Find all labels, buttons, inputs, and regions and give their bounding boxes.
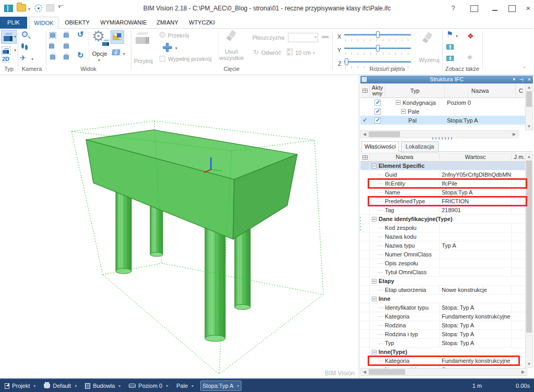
property-row-tytu-omniclass[interactable]: Tytuł OmniClass — [360, 268, 527, 277]
window-panel-icon[interactable] — [446, 44, 454, 50]
property-value[interactable]: Typ A — [440, 241, 512, 250]
property-value[interactable]: Stopa: Typ A — [440, 330, 512, 338]
viewport-3d[interactable]: BIM Vision — [0, 75, 359, 378]
property-row-etap-utworzenia[interactable]: Etap utworzeniaNowe konstrukcje — [360, 286, 527, 295]
property-row-predefinedtype[interactable]: PredefinedTypeFRICTION — [360, 197, 527, 206]
chevron-down-icon[interactable]: ▾ — [31, 57, 33, 62]
scroll-thumb[interactable] — [526, 91, 532, 107]
collapse-icon[interactable] — [372, 217, 377, 222]
options-button[interactable]: Opcje — [90, 51, 110, 57]
checkbox[interactable] — [374, 117, 381, 124]
rotate-left-icon[interactable]: ↺ — [77, 30, 84, 39]
tree-row-pal-selected[interactable]: ✓ Pal Stopa:Typ A — [360, 116, 526, 125]
chevron-down-icon[interactable]: ▾ — [33, 384, 35, 388]
slider-handle[interactable] — [376, 31, 380, 38]
view-direction-icon[interactable] — [64, 55, 69, 59]
slider-handle[interactable] — [376, 45, 380, 52]
slider-x[interactable] — [344, 31, 411, 39]
property-row-nazwa-kodu[interactable]: Nazwa kodu — [360, 232, 527, 241]
property-value[interactable] — [440, 250, 512, 259]
collapse-icon[interactable] — [372, 279, 377, 284]
property-value[interactable] — [440, 268, 512, 276]
properties-vscrollbar[interactable]: ▲ ▼ — [525, 153, 533, 368]
property-row-numer-omniclass[interactable]: Numer OmniClass — [360, 250, 527, 259]
property-value[interactable]: 2nfnyY05rCrfgDIBhQdbMN — [440, 170, 512, 179]
structure-col-extra[interactable]: C — [516, 84, 526, 97]
view-direction-icon[interactable] — [49, 44, 54, 48]
property-row-rodzina-i-typ[interactable]: Rodzina i typStopa: Typ A — [360, 330, 527, 339]
properties-col-nazwa[interactable]: Nazwa — [370, 153, 440, 161]
collapse-icon[interactable] — [401, 109, 406, 114]
property-row-guid[interactable]: Guid2nfnyY05rCrfgDIBhQdbMN — [360, 170, 527, 179]
chevron-down-icon[interactable]: ▾ — [98, 58, 100, 63]
tab-plik[interactable]: PLIK — [0, 17, 27, 29]
status-item-budowla[interactable]: Budowla ▾ — [83, 381, 122, 391]
status-item-default[interactable]: Default ▾ — [42, 381, 78, 391]
view-type-3d-button[interactable]: ▾ — [1, 30, 17, 44]
map-icon[interactable] — [112, 50, 120, 55]
collision-icon[interactable]: ❖ — [467, 32, 474, 40]
property-section-element-specific[interactable]: Element Specific — [360, 162, 527, 170]
property-section-inne[interactable]: Inne — [360, 295, 527, 303]
status-item-pale[interactable]: Pale ▾ — [175, 381, 195, 391]
property-row-tag[interactable]: Tag218901 — [360, 206, 527, 215]
structure-header-icon-cell[interactable] — [360, 84, 370, 97]
view-direction-icon[interactable] — [64, 44, 69, 48]
property-row-nazwa-typu[interactable]: Nazwa typuTyp A — [360, 241, 527, 250]
chevron-down-icon[interactable]: ▾ — [166, 384, 168, 388]
property-row-opis-zespo-u[interactable]: Opis zespołu — [360, 259, 527, 268]
property-value[interactable]: IfcPile — [440, 179, 512, 188]
status-item-stopa-selected[interactable]: Stopa:Typ A ▾ — [200, 381, 241, 391]
property-value[interactable]: FRICTION — [440, 197, 512, 205]
property-row-rodzina[interactable]: RodzinaStopa: Typ A — [360, 321, 527, 330]
checkbox[interactable] — [374, 100, 381, 106]
property-value[interactable]: Nowe konstrukcje — [440, 286, 512, 294]
tab-lokalizacja[interactable]: Lokalizacja — [401, 141, 439, 152]
slider-y[interactable] — [344, 45, 411, 52]
structure-col-aktywny[interactable]: Aktywny — [370, 84, 385, 97]
scroll-up-icon[interactable]: ▲ — [526, 84, 532, 91]
chevron-down-icon[interactable]: ▾ — [456, 34, 458, 39]
scroll-right-icon[interactable]: ▶ — [511, 131, 518, 138]
scroll-down-icon[interactable]: ▼ — [526, 361, 532, 368]
property-value[interactable]: Stopa: Typ A — [440, 303, 512, 312]
property-value[interactable]: Stopa: Typ A — [440, 321, 512, 329]
properties-hscrollbar[interactable]: ◀ ▶ — [360, 368, 527, 376]
scroll-thumb[interactable] — [369, 369, 405, 375]
tab-wtyczki[interactable]: WTYCZKI — [185, 17, 219, 29]
property-row-typ[interactable]: TypStopa: Typ A — [360, 339, 527, 348]
collapse-icon[interactable] — [372, 164, 377, 168]
checkbox[interactable] — [374, 108, 381, 115]
rotate-right-icon[interactable]: ↻ — [77, 51, 84, 60]
property-value[interactable]: Stopa:Typ A — [440, 188, 512, 197]
chevron-down-icon[interactable]: ▾ — [175, 46, 177, 51]
status-item-projekt[interactable]: Projekt ▾ — [3, 381, 37, 391]
collapse-icon[interactable] — [372, 350, 377, 354]
collapse-ribbon-icon[interactable]: ⌃ — [523, 66, 527, 71]
property-section-inne-type[interactable]: Inne(Type) — [360, 348, 527, 357]
scroll-up-icon[interactable]: ▲ — [526, 153, 532, 160]
slider-z[interactable] — [344, 58, 411, 66]
pin-icon[interactable] — [519, 77, 524, 82]
property-row-kategoria[interactable]: KategoriaFundamenty konstrukcyjne — [360, 312, 527, 321]
view-direction-icon[interactable] — [50, 55, 55, 59]
zoom-extents-icon[interactable] — [50, 33, 55, 38]
collapse-icon[interactable] — [372, 297, 377, 301]
slider-handle[interactable] — [345, 58, 348, 65]
status-item-poziom[interactable]: Poziom 0 ▾ — [127, 381, 169, 391]
property-value[interactable]: Fundamenty konstrukcyjne — [440, 357, 512, 365]
minimize-button[interactable] — [488, 3, 502, 14]
window-panel-icon[interactable] — [446, 56, 454, 61]
property-value[interactable] — [440, 259, 512, 267]
close-button[interactable]: × — [521, 3, 534, 14]
scroll-left-icon[interactable]: ◀ — [361, 369, 368, 375]
help-button[interactable]: ? — [446, 3, 460, 14]
scroll-thumb[interactable] — [369, 131, 400, 137]
tab-obiekty[interactable]: OBIEKTY — [60, 17, 94, 29]
property-row-name[interactable]: NameStopa:Typ A — [360, 188, 527, 197]
add-section-icon[interactable] — [163, 43, 172, 52]
property-value[interactable]: Stopa: Typ A — [440, 339, 512, 347]
panel-menu-icon[interactable]: ▾ — [513, 76, 515, 83]
fly-mode-icon[interactable]: ✈ — [20, 54, 26, 62]
chevron-down-icon[interactable]: ▾ — [237, 384, 239, 388]
